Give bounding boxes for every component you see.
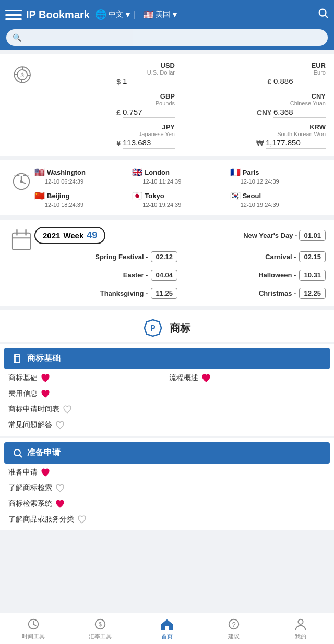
holiday-carnival: Carnival - 02.15 <box>183 251 326 262</box>
heart-icon <box>63 405 72 414</box>
year-week-badge: 2021 Week 49 <box>34 227 105 244</box>
flag-icon: 🇺🇸 <box>143 10 153 20</box>
currency-item-eur: EUR Euro € <box>185 62 326 87</box>
tm-item-[interactable]: 商标检索系统 <box>8 499 326 508</box>
tm-item-[interactable]: 流程概述 <box>169 373 326 383</box>
calendar-icon <box>8 227 34 251</box>
clock-city-washington: 🇺🇸 Washington 12-10 06:24:39 <box>34 167 130 185</box>
currency-item-gbp: GBP Pounds £ <box>34 92 175 118</box>
country-selector: 🇺🇸 美国 ▼ <box>143 10 178 20</box>
currency-item-krw: KRW South Korean Won ₩ <box>185 123 326 149</box>
clock-city-beijing: 🇨🇳 Beijing 12-10 18:24:39 <box>34 191 130 208</box>
holiday-halloween: Halloween - 10.31 <box>183 270 326 281</box>
heart-icon <box>41 468 50 477</box>
svg-point-12 <box>21 181 22 183</box>
calendar-section: 2021 Week 49 New Year's Day - 01.01 Spri… <box>0 220 334 306</box>
tm-item-[interactable]: 了解商标检索 <box>8 483 326 493</box>
svg-line-6 <box>22 79 22 82</box>
svg-point-24 <box>14 449 20 456</box>
globe-icon: 🌐 <box>95 9 106 20</box>
tm-section-header-basics[interactable]: 商标基础 <box>4 348 330 369</box>
tm-item-[interactable]: 商标基础 <box>8 373 165 383</box>
heart-icon <box>55 499 65 508</box>
holiday-thanksgiving: Thanksgiving - 11.25 <box>34 288 177 299</box>
tm-section-basics: 商标基础 商标基础 流程概述 费用信息 商标申请时间表 常见问题解答 <box>0 344 334 436</box>
currency-grid: USD U.S. Dollar $ EUR Euro € GBP Pounds <box>34 62 326 149</box>
svg-line-7 <box>15 74 18 74</box>
svg-line-25 <box>20 455 22 457</box>
clock-city-london: 🇬🇧 London 12-10 11:24:39 <box>132 167 228 185</box>
heart-icon <box>201 373 211 383</box>
tm-item-[interactable]: 准备申请 <box>8 468 165 477</box>
svg-point-0 <box>319 9 326 16</box>
currency-item-jpy: JPY Japanese Yen ¥ <box>34 123 175 149</box>
clock-city-seoul: 🇰🇷 Seoul 12-10 19:24:39 <box>230 191 326 208</box>
tm-items-apply: 准备申请 了解商标检索 商标检索系统 了解商品或服务分类 <box>0 464 334 528</box>
nav-mine-label: 我的 <box>295 633 306 640</box>
svg-rect-21 <box>14 355 20 363</box>
bottom-nav: 时间工具 $ 汇率工具 首页 ? 建议 我的 <box>0 613 334 644</box>
search-button[interactable] <box>317 7 329 22</box>
new-years-day: New Year's Day - 01.01 <box>243 230 326 241</box>
svg-text:?: ? <box>232 620 235 628</box>
svg-text:$: $ <box>21 71 25 78</box>
svg-point-33 <box>298 619 303 624</box>
menu-button[interactable] <box>5 6 22 23</box>
svg-rect-15 <box>13 233 30 250</box>
clock-icon <box>8 167 34 191</box>
heart-icon <box>41 373 50 383</box>
svg-line-8 <box>28 75 31 76</box>
clock-city-paris: 🇫🇷 Paris 12-10 12:24:39 <box>230 167 326 185</box>
heart-icon <box>55 420 65 430</box>
nav-exchange[interactable]: $ 汇率工具 <box>67 613 134 644</box>
tm-item-[interactable]: 商标申请时间表 <box>8 405 326 414</box>
trademark-header: P 商标 <box>0 310 334 342</box>
app-header: IP Bookmark 🌐 中文 ▼ | 🇺🇸 美国 ▼ <box>0 0 334 29</box>
country-dropdown[interactable]: 美国 ▼ <box>156 10 178 19</box>
nav-mine[interactable]: 我的 <box>267 613 334 644</box>
language-dropdown[interactable]: 中文 ▼ <box>109 10 132 19</box>
clock-grid: 🇺🇸 Washington 12-10 06:24:39 🇬🇧 London 1… <box>34 167 326 208</box>
tm-item-[interactable]: 了解商品或服务分类 <box>8 515 326 524</box>
nav-home[interactable]: 首页 <box>134 613 200 644</box>
nav-suggest[interactable]: ? 建议 <box>200 613 267 644</box>
nav-suggest-label: 建议 <box>228 633 240 640</box>
heart-icon <box>41 389 50 398</box>
svg-text:P: P <box>150 324 155 332</box>
tm-item-[interactable]: 费用信息 <box>8 389 165 398</box>
svg-line-1 <box>325 15 328 18</box>
tm-item-[interactable]: 常见问题解答 <box>8 420 326 430</box>
heart-icon <box>77 515 87 524</box>
clock-section: 🇺🇸 Washington 12-10 06:24:39 🇬🇧 London 1… <box>0 160 334 215</box>
tm-section-apply: 准备申请 准备申请 了解商标检索 商标检索系统 了解商品或服务分类 <box>0 438 334 530</box>
heart-icon <box>55 483 65 493</box>
calendar-body: 2021 Week 49 New Year's Day - 01.01 Spri… <box>34 227 326 299</box>
search-bar[interactable]: 🔍 <box>6 29 328 46</box>
svg-line-28 <box>33 624 36 626</box>
search-bar-row: 🔍 <box>0 29 334 50</box>
holiday-springfestival: Spring Festival - 02.12 <box>34 251 177 262</box>
tm-items-basics: 商标基础 流程概述 费用信息 商标申请时间表 常见问题解答 <box>0 369 334 434</box>
nav-home-label: 首页 <box>161 633 173 640</box>
holiday-easter: Easter - 04.04 <box>34 270 177 281</box>
currency-item-usd: USD U.S. Dollar $ <box>34 62 175 87</box>
tm-section-header-apply[interactable]: 准备申请 <box>4 442 330 464</box>
holiday-christmas: Christmas - 12.25 <box>183 288 326 299</box>
language-selector: 🌐 中文 ▼ <box>95 9 132 20</box>
trademark-title: 商标 <box>170 321 190 335</box>
currency-item-cny: CNY Chinese Yuan CN¥ <box>185 92 326 118</box>
search-bar-icon: 🔍 <box>13 33 21 42</box>
clock-city-tokyo: 🇯🇵 Tokyo 12-10 19:24:39 <box>132 191 228 208</box>
currency-icon: $ <box>8 62 34 86</box>
nav-exchange-label: 汇率工具 <box>89 633 112 640</box>
currency-section: $ USD U.S. Dollar $ EUR Euro <box>0 54 334 156</box>
svg-line-5 <box>23 67 24 70</box>
app-title: IP Bookmark <box>26 9 90 21</box>
nav-time-label: 时间工具 <box>22 633 45 640</box>
nav-time[interactable]: 时间工具 <box>0 613 67 644</box>
svg-text:$: $ <box>99 621 102 627</box>
trademark-logo: P <box>144 319 162 337</box>
